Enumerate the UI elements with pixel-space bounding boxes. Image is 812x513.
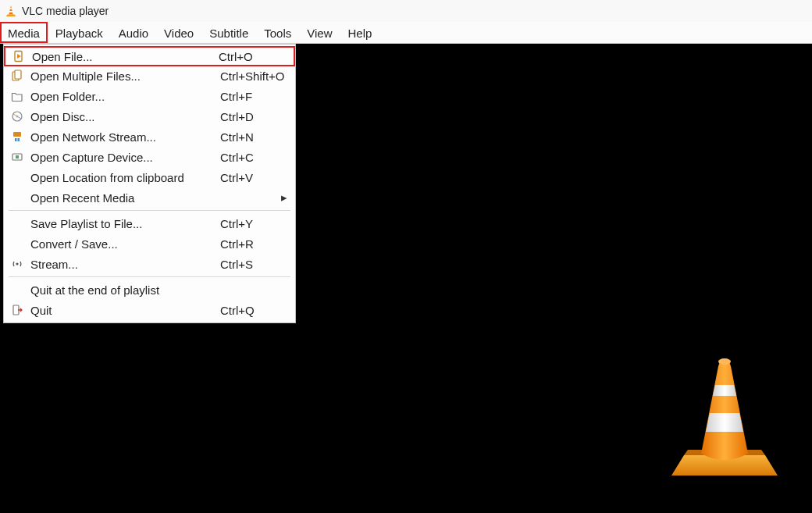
svg-marker-3 <box>6 14 16 16</box>
media-dropdown: Open File... Ctrl+O Open Multiple Files.… <box>3 44 296 323</box>
menu-item-label: Open Location from clipboard <box>26 171 212 184</box>
svg-rect-19 <box>13 305 19 315</box>
menu-open-capture-device[interactable]: Open Capture Device... Ctrl+C <box>4 147 295 167</box>
files-icon <box>9 69 26 82</box>
menu-open-location-clipboard[interactable]: Open Location from clipboard Ctrl+V <box>4 167 295 187</box>
capture-icon <box>9 151 26 163</box>
menu-subtitle[interactable]: Subtitle <box>201 22 256 43</box>
svg-rect-15 <box>18 138 20 141</box>
menu-open-file[interactable]: Open File... Ctrl+O <box>4 46 295 66</box>
menu-item-shortcut: Ctrl+S <box>212 258 287 271</box>
vlc-cone-logo <box>670 354 779 479</box>
menu-item-label: Open Disc... <box>26 110 212 123</box>
menu-open-folder[interactable]: Open Folder... Ctrl+F <box>4 86 295 106</box>
menu-item-label: Open Folder... <box>26 90 212 103</box>
menu-open-recent-media[interactable]: Open Recent Media ▸ <box>4 187 295 208</box>
svg-marker-0 <box>9 5 12 15</box>
menu-open-multiple-files[interactable]: Open Multiple Files... Ctrl+Shift+O <box>4 66 295 86</box>
menu-item-shortcut: Ctrl+R <box>212 237 287 251</box>
folder-icon <box>9 90 26 102</box>
submenu-arrow-icon: ▸ <box>278 191 287 205</box>
menu-bar: Media Playback Audio Video Subtitle Tool… <box>0 22 812 44</box>
svg-rect-17 <box>16 155 19 159</box>
svg-marker-8 <box>17 54 21 59</box>
svg-rect-14 <box>15 138 17 141</box>
menu-separator <box>9 276 290 277</box>
menu-item-label: Save Playlist to File... <box>26 217 212 230</box>
stream-icon <box>9 258 26 270</box>
menu-item-label: Convert / Save... <box>26 237 212 251</box>
menu-quit-end-playlist[interactable]: Quit at the end of playlist <box>4 280 295 300</box>
menu-item-shortcut: Ctrl+D <box>212 110 287 123</box>
menu-item-shortcut: Ctrl+V <box>212 171 287 184</box>
menu-tools[interactable]: Tools <box>256 22 299 43</box>
svg-rect-10 <box>15 70 21 79</box>
menu-item-label: Quit <box>26 304 212 317</box>
menu-item-label: Open Multiple Files... <box>26 69 212 83</box>
menu-item-shortcut: Ctrl+F <box>212 90 287 103</box>
menu-stream[interactable]: Stream... Ctrl+S <box>4 254 295 274</box>
svg-rect-2 <box>9 11 12 12</box>
menu-item-label: Stream... <box>26 258 212 271</box>
title-bar: VLC media player <box>0 0 812 22</box>
svg-point-6 <box>718 358 731 365</box>
svg-rect-13 <box>13 132 21 137</box>
menu-item-label: Open Capture Device... <box>26 151 212 164</box>
menu-item-label: Quit at the end of playlist <box>26 283 212 297</box>
window-title: VLC media player <box>22 5 109 17</box>
vlc-cone-icon <box>5 5 17 17</box>
menu-convert-save[interactable]: Convert / Save... Ctrl+R <box>4 233 295 254</box>
svg-rect-1 <box>9 8 12 9</box>
network-icon <box>9 130 26 143</box>
menu-open-disc[interactable]: Open Disc... Ctrl+D <box>4 106 295 126</box>
menu-view[interactable]: View <box>299 22 340 43</box>
menu-playback[interactable]: Playback <box>48 22 111 43</box>
menu-audio[interactable]: Audio <box>111 22 156 43</box>
file-icon <box>10 50 27 62</box>
menu-video[interactable]: Video <box>156 22 201 43</box>
menu-item-label: Open Network Stream... <box>26 130 212 144</box>
menu-item-shortcut: Ctrl+C <box>212 151 287 164</box>
menu-save-playlist[interactable]: Save Playlist to File... Ctrl+Y <box>4 213 295 233</box>
menu-item-shortcut: Ctrl+Q <box>212 304 287 317</box>
svg-point-18 <box>16 262 18 265</box>
menu-item-shortcut: Ctrl+N <box>212 130 287 144</box>
menu-item-label: Open File... <box>27 50 211 63</box>
menu-item-shortcut: Ctrl+Shift+O <box>212 69 287 83</box>
quit-icon <box>9 304 26 316</box>
menu-help[interactable]: Help <box>340 22 380 43</box>
menu-item-shortcut: Ctrl+Y <box>212 217 287 230</box>
menu-media[interactable]: Media <box>0 22 48 43</box>
disc-icon <box>9 110 26 123</box>
menu-item-label: Open Recent Media <box>26 191 203 205</box>
menu-separator <box>9 210 290 211</box>
menu-quit[interactable]: Quit Ctrl+Q <box>4 300 295 320</box>
menu-open-network-stream[interactable]: Open Network Stream... Ctrl+N <box>4 126 295 147</box>
menu-item-shortcut: Ctrl+O <box>211 50 286 63</box>
